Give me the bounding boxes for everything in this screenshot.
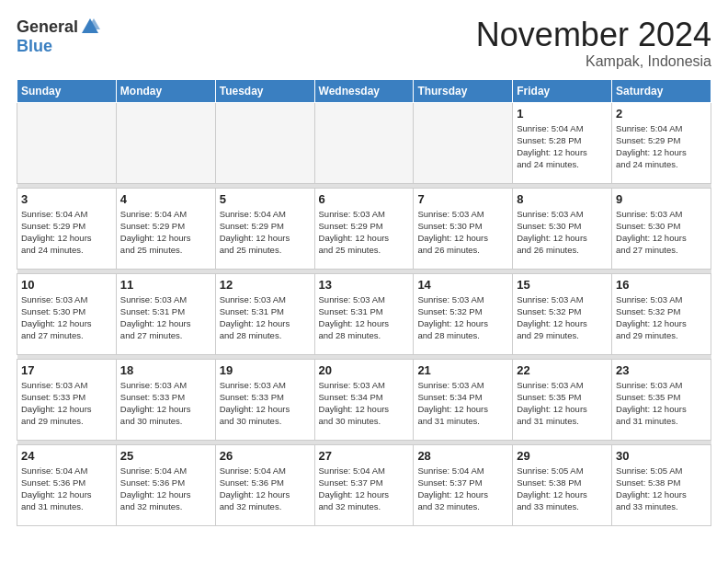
calendar-cell-w3-d5: 15Sunrise: 5:03 AM Sunset: 5:32 PM Dayli… [513, 273, 612, 354]
header-friday: Friday [513, 79, 612, 102]
day-number: 29 [517, 449, 608, 463]
calendar-cell-w5-d1: 25Sunrise: 5:04 AM Sunset: 5:36 PM Dayli… [116, 444, 215, 525]
day-number: 2 [616, 107, 707, 121]
calendar-cell-w2-d1: 4Sunrise: 5:04 AM Sunset: 5:29 PM Daylig… [116, 188, 215, 269]
day-info: Sunrise: 5:03 AM Sunset: 5:32 PM Dayligh… [417, 293, 508, 342]
day-info: Sunrise: 5:04 AM Sunset: 5:37 PM Dayligh… [417, 465, 508, 513]
day-info: Sunrise: 5:03 AM Sunset: 5:34 PM Dayligh… [319, 379, 410, 428]
day-info: Sunrise: 5:03 AM Sunset: 5:30 PM Dayligh… [417, 208, 508, 257]
day-number: 26 [220, 449, 311, 463]
day-info: Sunrise: 5:04 AM Sunset: 5:29 PM Dayligh… [220, 208, 311, 257]
day-info: Sunrise: 5:03 AM Sunset: 5:30 PM Dayligh… [616, 208, 707, 257]
calendar-cell-w4-d2: 19Sunrise: 5:03 AM Sunset: 5:33 PM Dayli… [215, 359, 314, 440]
day-info: Sunrise: 5:03 AM Sunset: 5:34 PM Dayligh… [417, 379, 508, 428]
calendar-cell-w5-d2: 26Sunrise: 5:04 AM Sunset: 5:36 PM Dayli… [215, 444, 314, 525]
calendar-cell-w5-d3: 27Sunrise: 5:04 AM Sunset: 5:37 PM Dayli… [314, 444, 414, 525]
day-info: Sunrise: 5:04 AM Sunset: 5:36 PM Dayligh… [21, 465, 112, 513]
day-number: 19 [220, 363, 311, 377]
page: General Blue November 2024 Kampak, Indon… [0, 0, 728, 563]
title-section: November 2024 Kampak, Indonesia [476, 17, 711, 70]
day-number: 23 [616, 363, 707, 377]
calendar-cell-w2-d3: 6Sunrise: 5:03 AM Sunset: 5:29 PM Daylig… [314, 188, 414, 269]
calendar-cell-w1-d6: 2Sunrise: 5:04 AM Sunset: 5:29 PM Daylig… [612, 102, 711, 183]
day-number: 28 [417, 449, 508, 463]
day-info: Sunrise: 5:03 AM Sunset: 5:29 PM Dayligh… [319, 208, 410, 257]
day-number: 22 [517, 363, 608, 377]
day-info: Sunrise: 5:03 AM Sunset: 5:32 PM Dayligh… [517, 293, 608, 342]
day-number: 5 [220, 192, 311, 206]
day-info: Sunrise: 5:03 AM Sunset: 5:33 PM Dayligh… [120, 379, 211, 428]
day-number: 1 [517, 107, 608, 121]
calendar-cell-w3-d1: 11Sunrise: 5:03 AM Sunset: 5:31 PM Dayli… [116, 273, 215, 354]
week-row-5: 24Sunrise: 5:04 AM Sunset: 5:36 PM Dayli… [17, 444, 711, 525]
logo-general-text: General [17, 17, 78, 37]
header-sunday: Sunday [17, 79, 117, 102]
header-wednesday: Wednesday [314, 79, 414, 102]
calendar-cell-w1-d4 [414, 102, 513, 183]
day-number: 17 [21, 363, 112, 377]
day-number: 6 [319, 192, 410, 206]
calendar-cell-w2-d6: 9Sunrise: 5:03 AM Sunset: 5:30 PM Daylig… [612, 188, 711, 269]
day-number: 16 [616, 278, 707, 292]
calendar-cell-w3-d3: 13Sunrise: 5:03 AM Sunset: 5:31 PM Dayli… [314, 273, 414, 354]
day-number: 11 [120, 278, 211, 292]
calendar-cell-w1-d5: 1Sunrise: 5:04 AM Sunset: 5:28 PM Daylig… [513, 102, 612, 183]
day-info: Sunrise: 5:03 AM Sunset: 5:35 PM Dayligh… [517, 379, 608, 428]
calendar-cell-w2-d0: 3Sunrise: 5:04 AM Sunset: 5:29 PM Daylig… [17, 188, 117, 269]
day-number: 27 [319, 449, 410, 463]
week-row-4: 17Sunrise: 5:03 AM Sunset: 5:33 PM Dayli… [17, 359, 711, 440]
day-number: 30 [616, 449, 707, 463]
calendar-cell-w4-d1: 18Sunrise: 5:03 AM Sunset: 5:33 PM Dayli… [116, 359, 215, 440]
day-number: 18 [120, 363, 211, 377]
day-number: 4 [120, 192, 211, 206]
day-number: 21 [417, 363, 508, 377]
weekday-header-row: Sunday Monday Tuesday Wednesday Thursday… [17, 79, 711, 102]
calendar-cell-w1-d0 [17, 102, 117, 183]
calendar: Sunday Monday Tuesday Wednesday Thursday… [17, 79, 711, 526]
week-row-2: 3Sunrise: 5:04 AM Sunset: 5:29 PM Daylig… [17, 188, 711, 269]
calendar-cell-w1-d3 [314, 102, 414, 183]
calendar-cell-w5-d0: 24Sunrise: 5:04 AM Sunset: 5:36 PM Dayli… [17, 444, 117, 525]
calendar-cell-w5-d4: 28Sunrise: 5:04 AM Sunset: 5:37 PM Dayli… [414, 444, 513, 525]
calendar-cell-w1-d1 [116, 102, 215, 183]
day-info: Sunrise: 5:03 AM Sunset: 5:33 PM Dayligh… [220, 379, 311, 428]
calendar-cell-w4-d5: 22Sunrise: 5:03 AM Sunset: 5:35 PM Dayli… [513, 359, 612, 440]
day-info: Sunrise: 5:03 AM Sunset: 5:31 PM Dayligh… [220, 293, 311, 342]
day-number: 3 [21, 192, 112, 206]
month-title: November 2024 [476, 17, 711, 53]
day-info: Sunrise: 5:04 AM Sunset: 5:37 PM Dayligh… [319, 465, 410, 513]
calendar-cell-w3-d2: 12Sunrise: 5:03 AM Sunset: 5:31 PM Dayli… [215, 273, 314, 354]
calendar-cell-w5-d6: 30Sunrise: 5:05 AM Sunset: 5:38 PM Dayli… [612, 444, 711, 525]
day-number: 9 [616, 192, 707, 206]
day-number: 13 [319, 278, 410, 292]
day-info: Sunrise: 5:04 AM Sunset: 5:29 PM Dayligh… [21, 208, 112, 257]
day-number: 14 [417, 278, 508, 292]
day-number: 25 [120, 449, 211, 463]
week-row-3: 10Sunrise: 5:03 AM Sunset: 5:30 PM Dayli… [17, 273, 711, 354]
day-info: Sunrise: 5:03 AM Sunset: 5:32 PM Dayligh… [616, 293, 707, 342]
day-number: 12 [220, 278, 311, 292]
day-info: Sunrise: 5:04 AM Sunset: 5:29 PM Dayligh… [120, 208, 211, 257]
day-info: Sunrise: 5:03 AM Sunset: 5:30 PM Dayligh… [517, 208, 608, 257]
location: Kampak, Indonesia [476, 53, 711, 70]
header-monday: Monday [116, 79, 215, 102]
calendar-cell-w3-d4: 14Sunrise: 5:03 AM Sunset: 5:32 PM Dayli… [414, 273, 513, 354]
day-info: Sunrise: 5:03 AM Sunset: 5:31 PM Dayligh… [319, 293, 410, 342]
logo-blue-text: Blue [17, 37, 52, 56]
day-info: Sunrise: 5:04 AM Sunset: 5:36 PM Dayligh… [220, 465, 311, 513]
header-thursday: Thursday [414, 79, 513, 102]
calendar-cell-w4-d3: 20Sunrise: 5:03 AM Sunset: 5:34 PM Dayli… [314, 359, 414, 440]
day-info: Sunrise: 5:03 AM Sunset: 5:33 PM Dayligh… [21, 379, 112, 428]
day-number: 15 [517, 278, 608, 292]
calendar-cell-w1-d2 [215, 102, 314, 183]
logo: General Blue [17, 17, 100, 56]
day-info: Sunrise: 5:05 AM Sunset: 5:38 PM Dayligh… [517, 465, 608, 513]
header-tuesday: Tuesday [215, 79, 314, 102]
calendar-cell-w2-d5: 8Sunrise: 5:03 AM Sunset: 5:30 PM Daylig… [513, 188, 612, 269]
day-info: Sunrise: 5:03 AM Sunset: 5:35 PM Dayligh… [616, 379, 707, 428]
day-number: 20 [319, 363, 410, 377]
header: General Blue November 2024 Kampak, Indon… [17, 17, 711, 70]
calendar-cell-w4-d0: 17Sunrise: 5:03 AM Sunset: 5:33 PM Dayli… [17, 359, 117, 440]
day-number: 8 [517, 192, 608, 206]
calendar-cell-w2-d4: 7Sunrise: 5:03 AM Sunset: 5:30 PM Daylig… [414, 188, 513, 269]
